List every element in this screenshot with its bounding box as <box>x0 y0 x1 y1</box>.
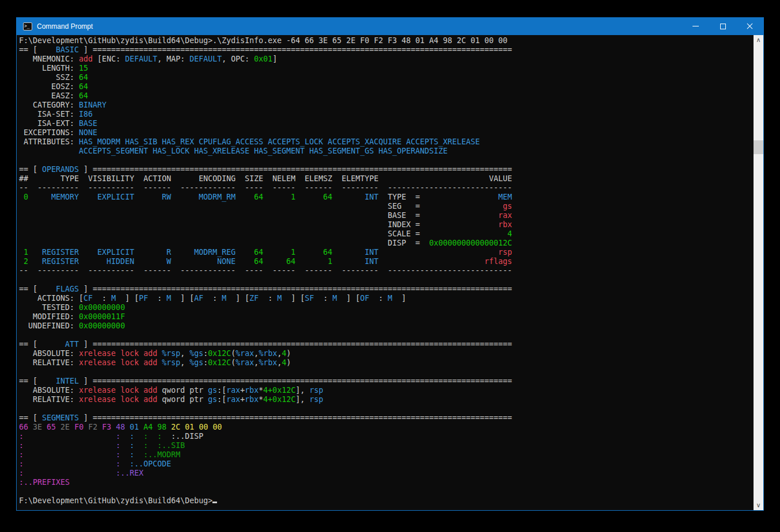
console-line <box>19 404 754 414</box>
close-icon <box>746 22 754 30</box>
console-line: == [ SEGMENTS ] ========================… <box>19 414 754 423</box>
console-line: : : :..OPCODE <box>19 460 754 469</box>
maximize-icon <box>720 24 726 29</box>
console-line <box>19 331 754 340</box>
console-line: ISA-SET: I86 <box>19 110 754 119</box>
vertical-scrollbar[interactable]: ∧ ∨ <box>754 35 763 510</box>
console-line: MNEMONIC: add [ENC: DEFAULT, MAP: DEFAUL… <box>19 55 754 64</box>
console-line: ATTRIBUTES: HAS_MODRM HAS_SIB HAS_REX CP… <box>19 137 754 147</box>
cmd-icon: >_ <box>23 22 32 30</box>
text-cursor <box>212 502 217 503</box>
console-line: 0 MEMORY EXPLICIT RW MODRM_RM 64 1 64 IN… <box>19 193 754 202</box>
console-line <box>19 487 754 496</box>
maximize-button[interactable] <box>709 17 736 35</box>
console-line: F:\Development\GitHub\zydis\Build64\Debu… <box>19 36 754 45</box>
console-line: LENGTH: 15 <box>19 64 754 73</box>
console-line: MODIFIED: 0x0000011F <box>19 312 754 322</box>
console-line: EXCEPTIONS: NONE <box>19 128 754 137</box>
console-line: TESTED: 0x00000000 <box>19 303 754 312</box>
console-line: BASE = rax <box>19 211 754 220</box>
cmd-icon-glyph: >_ <box>24 23 30 29</box>
console-line: F:\Development\GitHub\zydis\Build64\Debu… <box>19 496 754 506</box>
console-area: F:\Development\GitHub\zydis\Build64\Debu… <box>17 35 763 510</box>
desktop-background: >_ Command Prompt F:\Development\GitHub\… <box>0 0 780 532</box>
console-line <box>19 368 754 377</box>
console-line: ISA-EXT: BASE <box>19 119 754 128</box>
scrollbar-up-button[interactable]: ∧ <box>754 35 763 45</box>
titlebar[interactable]: >_ Command Prompt <box>17 17 763 35</box>
chevron-down-icon: ∨ <box>756 500 760 510</box>
console-line: == [ BASIC ] ===========================… <box>19 45 754 55</box>
console-line: DISP = 0x000000000000012C <box>19 239 754 248</box>
console-line: 66 3E 65 2E F0 F2 F3 48 01 A4 98 2C 01 0… <box>19 423 754 432</box>
console-line: -- --------- ---------- ------ ---------… <box>19 266 754 275</box>
console-line: == [ OPERANDS ] ========================… <box>19 165 754 174</box>
console-line <box>19 275 754 285</box>
console-line: SEG = gs <box>19 202 754 211</box>
console-line: EOSZ: 64 <box>19 82 754 91</box>
console-line: EASZ: 64 <box>19 91 754 101</box>
console-line: 2 REGISTER HIDDEN W NONE 64 64 1 INT rfl… <box>19 257 754 266</box>
minimize-icon <box>693 26 699 26</box>
console-line: ABSOLUTE: xrelease lock add %rsp, %gs:0x… <box>19 349 754 358</box>
console-line: : : : :..MODRM <box>19 450 754 460</box>
console-line: UNDEFINED: 0x00000000 <box>19 322 754 331</box>
console-line: ## TYPE VISIBILITY ACTION ENCODING SIZE … <box>19 174 754 183</box>
console-line: == [ ATT ] =============================… <box>19 340 754 349</box>
scrollbar-thumb[interactable] <box>754 140 763 154</box>
console-line: CATEGORY: BINARY <box>19 101 754 110</box>
close-button[interactable] <box>736 17 763 35</box>
window-controls <box>682 17 763 35</box>
minimize-button[interactable] <box>682 17 709 35</box>
console-line: : : : : :..SIB <box>19 441 754 450</box>
console-line: == [ INTEL ] ===========================… <box>19 377 754 386</box>
console-output[interactable]: F:\Development\GitHub\zydis\Build64\Debu… <box>17 35 754 510</box>
window-title: Command Prompt <box>37 22 93 30</box>
console-line: : : : : : :..DISP <box>19 432 754 441</box>
console-line: 1 REGISTER EXPLICIT R MODRM_REG 64 1 64 … <box>19 248 754 257</box>
console-line: ACCEPTS_SEGMENT HAS_LOCK HAS_XRELEASE HA… <box>19 147 754 156</box>
console-line: RELATIVE: xrelease lock add %rsp, %gs:0x… <box>19 358 754 368</box>
console-line: ABSOLUTE: xrelease lock add qword ptr gs… <box>19 386 754 395</box>
console-line: :..PREFIXES <box>19 478 754 487</box>
console-line: RELATIVE: xrelease lock add qword ptr gs… <box>19 395 754 404</box>
scrollbar-down-button[interactable]: ∨ <box>754 500 763 510</box>
console-line: == [ FLAGS ] ===========================… <box>19 285 754 294</box>
console-line: ACTIONS: [CF : M ] [PF : M ] [AF : M ] [… <box>19 294 754 303</box>
console-line: INDEX = rbx <box>19 220 754 229</box>
console-line: SSZ: 64 <box>19 73 754 82</box>
console-line: SCALE = 4 <box>19 229 754 239</box>
console-line: : :..REX <box>19 469 754 478</box>
console-line <box>19 156 754 165</box>
console-line: -- --------- ---------- ------ ---------… <box>19 183 754 193</box>
command-prompt-window: >_ Command Prompt F:\Development\GitHub\… <box>16 17 764 511</box>
chevron-up-icon: ∧ <box>756 35 760 45</box>
